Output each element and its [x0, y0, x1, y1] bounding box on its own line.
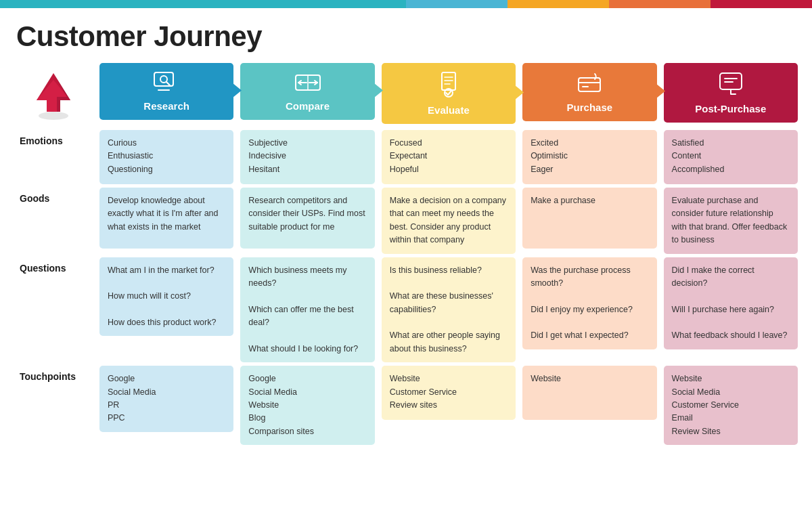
stage-label-compare: Compare	[244, 100, 370, 112]
cell-purchase-questions: Was the purchase process smooth?Did I en…	[519, 257, 656, 363]
stage-label-research: Research	[104, 100, 229, 112]
svg-rect-1	[154, 72, 173, 86]
row-label-emotions: Emotions	[14, 130, 93, 184]
cell-postpurchase-goods: Evaluate purchase and consider future re…	[660, 188, 798, 254]
svg-point-0	[39, 112, 68, 120]
svg-rect-17	[579, 78, 600, 91]
stage-label-evaluate: Evaluate	[386, 104, 512, 116]
cell-postpurchase-touchpoints: WebsiteSocial MediaCustomer ServiceEmail…	[660, 366, 798, 445]
cell-postpurchase-questions: Did I make the correct decision?Will I p…	[660, 257, 798, 363]
stage-icon-compare	[244, 71, 370, 96]
cell-compare-goods: Research competitors and consider their …	[237, 188, 374, 254]
cell-compare-touchpoints: GoogleSocial MediaWebsiteBlogComparison …	[237, 366, 374, 445]
stage-icon-evaluate	[386, 71, 512, 100]
cell-evaluate-goods: Make a decision on a company that can me…	[378, 188, 516, 254]
cell-compare-emotions: SubjectiveIndecisiveHesitant	[237, 130, 374, 184]
cell-postpurchase-emotions: SatisfiedContentAccomplished	[660, 130, 798, 184]
stage-header-evaluate: Evaluate	[378, 63, 516, 127]
stage-header-postpurchase: Post-Purchase	[660, 63, 798, 127]
page-title: Customer Journey	[16, 20, 796, 53]
stage-header-purchase: Purchase	[519, 63, 656, 127]
cell-evaluate-questions: Is this business reliable?What are these…	[378, 257, 516, 363]
svg-marker-20	[654, 83, 665, 100]
row-label-goods: Goods	[14, 188, 93, 254]
page-header: Customer Journey	[0, 8, 812, 60]
stage-header-compare: Compare	[237, 63, 374, 127]
stage-arrow-evaluate	[512, 83, 525, 105]
stage-label-postpurchase: Post-Purchase	[668, 103, 794, 114]
cell-research-questions: What am I in the market for?How much wil…	[96, 257, 233, 363]
svg-marker-5	[231, 82, 242, 100]
row-label-questions: Questions	[14, 257, 93, 363]
stage-arrow-compare	[371, 81, 384, 103]
cell-research-goods: Develop knowledge about exactly what it …	[96, 188, 233, 254]
map-icon-cell	[14, 63, 93, 127]
top-color-bar	[0, 0, 812, 8]
row-label-touchpoints: Touchpoints	[14, 366, 93, 445]
svg-marker-10	[372, 82, 383, 100]
main-content: Research Compare Evaluate Purchase Post-…	[0, 60, 812, 455]
stage-icon-research	[104, 71, 229, 96]
cell-evaluate-touchpoints: WebsiteCustomer ServiceReview sites	[378, 366, 516, 445]
cell-evaluate-emotions: FocusedExpectantHopeful	[378, 130, 516, 184]
cell-purchase-goods: Make a purchase	[519, 188, 656, 254]
stage-icon-postpurchase	[668, 71, 794, 99]
cell-purchase-emotions: ExcitedOptimisticEager	[519, 130, 656, 184]
cell-purchase-touchpoints: Website	[519, 366, 656, 445]
cell-research-emotions: CuriousEnthusiasticQuestioning	[96, 130, 233, 184]
stage-icon-purchase	[526, 71, 652, 98]
stage-arrow-purchase	[653, 81, 667, 104]
svg-rect-11	[442, 72, 455, 90]
stage-label-purchase: Purchase	[526, 102, 652, 113]
cell-research-touchpoints: GoogleSocial MediaPRPPC	[96, 366, 233, 445]
stage-arrow-research	[229, 81, 243, 103]
svg-marker-16	[513, 84, 524, 102]
cell-compare-questions: Which business meets my needs?Which can …	[237, 257, 374, 363]
svg-rect-21	[720, 73, 742, 89]
stage-header-research: Research	[96, 63, 233, 127]
